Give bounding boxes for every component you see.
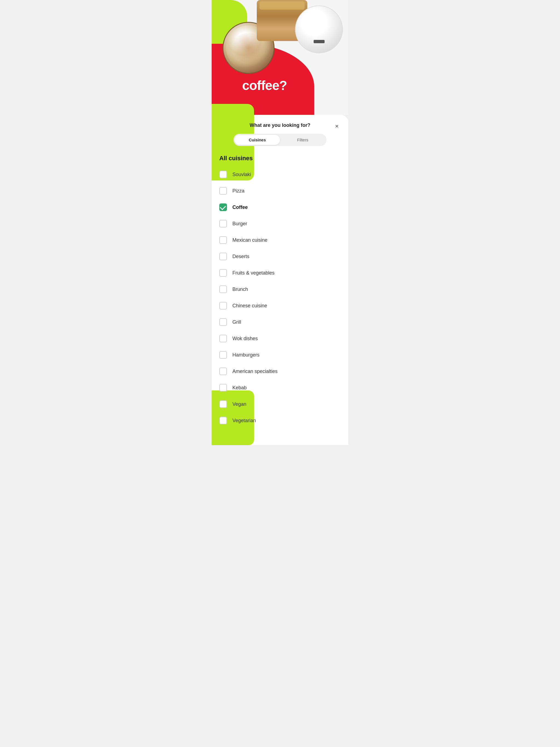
cuisine-list: Souvlaki Pizza Coffee Burger Mexican cui… — [212, 166, 348, 429]
coffee-text: coffee? — [242, 78, 287, 93]
cuisine-label-vegetarian: Vegetarian — [232, 418, 256, 423]
cuisine-item-hamburgers[interactable]: Hamburgers — [219, 347, 341, 363]
checkbox-grill[interactable] — [219, 318, 227, 326]
checkbox-burger[interactable] — [219, 220, 227, 228]
modal-title: What are you looking for? — [250, 123, 310, 128]
cuisine-item-deserts[interactable]: Deserts — [219, 248, 341, 265]
modal-sheet: What are you looking for? × Cuisines Fil… — [212, 115, 348, 445]
cuisine-item-brunch[interactable]: Brunch — [219, 281, 341, 298]
checkbox-american[interactable] — [219, 367, 227, 375]
cuisine-label-brunch: Brunch — [232, 287, 248, 292]
cuisine-label-pizza: Pizza — [232, 188, 245, 194]
checkbox-mexican[interactable] — [219, 236, 227, 244]
cuisine-label-wok: Wok dishes — [232, 336, 258, 341]
checkbox-hamburgers[interactable] — [219, 351, 227, 359]
cuisine-label-coffee: Coffee — [232, 205, 248, 210]
cuisine-label-burger: Burger — [232, 221, 247, 227]
cuisine-item-burger[interactable]: Burger — [219, 215, 341, 232]
tab-bar: Cuisines Filters — [233, 134, 327, 146]
cuisine-item-american[interactable]: American specialties — [219, 363, 341, 380]
cuisine-item-mexican[interactable]: Mexican cuisine — [219, 232, 341, 248]
cuisine-label-grill: Grill — [232, 319, 241, 325]
cuisine-item-vegan[interactable]: Vegan — [219, 396, 341, 412]
hero-section: coffee? — [212, 0, 348, 115]
cuisine-item-coffee[interactable]: Coffee — [219, 199, 341, 215]
cuisine-item-grill[interactable]: Grill — [219, 314, 341, 330]
modal-header: What are you looking for? × — [212, 115, 348, 134]
cuisine-label-fruits: Fruits & vegetables — [232, 270, 275, 276]
section-heading: All cuisines — [212, 153, 348, 166]
cuisine-label-deserts: Deserts — [232, 254, 249, 259]
cuisine-label-vegan: Vegan — [232, 402, 246, 407]
checkbox-vegetarian[interactable] — [219, 417, 227, 424]
cuisine-item-pizza[interactable]: Pizza — [219, 183, 341, 199]
checkbox-kebab[interactable] — [219, 384, 227, 391]
cuisine-label-kebab: Kebab — [232, 385, 247, 391]
checkbox-coffee[interactable] — [219, 203, 227, 211]
checkbox-fruits[interactable] — [219, 269, 227, 277]
cuisine-label-mexican: Mexican cuisine — [232, 237, 268, 243]
cuisine-label-american: American specialties — [232, 368, 278, 374]
cuisine-item-kebab[interactable]: Kebab — [219, 380, 341, 396]
cuisine-label-chinese: Chinese cuisine — [232, 303, 267, 309]
cuisine-item-chinese[interactable]: Chinese cuisine — [219, 298, 341, 314]
cuisine-label-souvlaki: Souvlaki — [232, 172, 251, 177]
cuisine-label-hamburgers: Hamburgers — [232, 352, 259, 358]
checkbox-brunch[interactable] — [219, 285, 227, 293]
cuisine-item-souvlaki[interactable]: Souvlaki — [219, 166, 341, 183]
checkbox-deserts[interactable] — [219, 253, 227, 260]
tab-cuisines[interactable]: Cuisines — [235, 135, 280, 145]
checkbox-vegan[interactable] — [219, 400, 227, 408]
close-button[interactable]: × — [332, 121, 342, 131]
cuisine-item-vegetarian[interactable]: Vegetarian — [219, 412, 341, 429]
cuisine-item-wok[interactable]: Wok dishes — [219, 330, 341, 347]
checkbox-wok[interactable] — [219, 335, 227, 342]
checkbox-souvlaki[interactable] — [219, 171, 227, 178]
checkbox-chinese[interactable] — [219, 302, 227, 310]
cuisine-item-fruits[interactable]: Fruits & vegetables — [219, 265, 341, 281]
checkbox-pizza[interactable] — [219, 187, 227, 195]
tab-filters[interactable]: Filters — [280, 135, 325, 145]
coffee-lid — [295, 5, 343, 53]
